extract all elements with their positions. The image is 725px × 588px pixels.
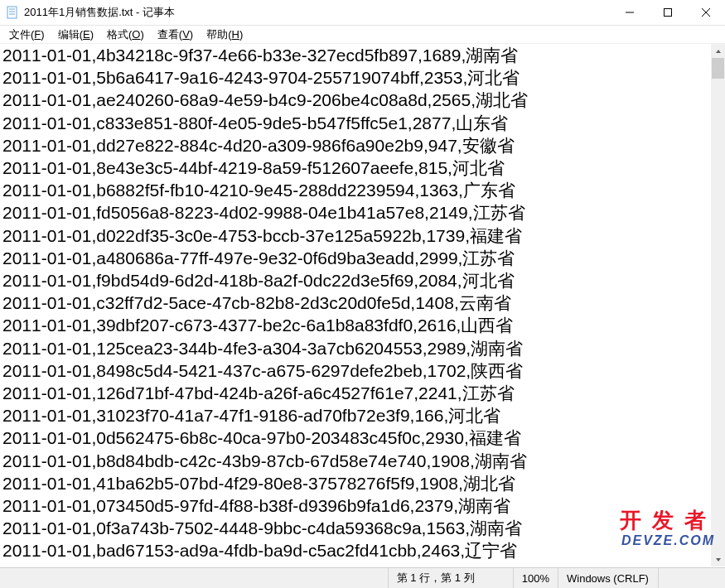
scroll-thumb[interactable] (712, 58, 724, 79)
menu-format[interactable]: 格式(O) (100, 27, 151, 43)
status-cursor-pos: 第 1 行，第 1 列 (389, 571, 513, 586)
notepad-icon (6, 6, 19, 19)
vertical-scrollbar[interactable] (711, 44, 725, 566)
menu-edit[interactable]: 编辑(E) (51, 27, 100, 43)
menu-file[interactable]: 文件(F) (2, 27, 51, 43)
scroll-down-button[interactable] (711, 552, 725, 566)
maximize-button[interactable] (649, 0, 687, 26)
svg-rect-0 (7, 7, 17, 18)
minimize-button[interactable] (611, 0, 649, 26)
menubar: 文件(F) 编辑(E) 格式(O) 查看(V) 帮助(H) (0, 26, 725, 44)
menu-view[interactable]: 查看(V) (151, 27, 200, 43)
window-title: 2011年1月销售数据.txt - 记事本 (24, 5, 611, 20)
text-content[interactable]: 2011-01-01,4b34218c-9f37-4e66-b33e-327ec… (0, 44, 725, 562)
status-zoom: 100% (514, 572, 558, 585)
status-eol: Windows (CRLF) (558, 572, 658, 585)
close-button[interactable] (687, 0, 725, 26)
titlebar: 2011年1月销售数据.txt - 记事本 (0, 0, 725, 26)
scroll-up-button[interactable] (711, 44, 725, 58)
menu-help[interactable]: 帮助(H) (200, 27, 249, 43)
system-buttons (611, 0, 725, 26)
editor-area: 2011-01-01,4b34218c-9f37-4e66-b33e-327ec… (0, 44, 725, 566)
statusbar: 第 1 行，第 1 列 100% Windows (CRLF) (0, 567, 725, 588)
svg-rect-4 (665, 9, 672, 17)
